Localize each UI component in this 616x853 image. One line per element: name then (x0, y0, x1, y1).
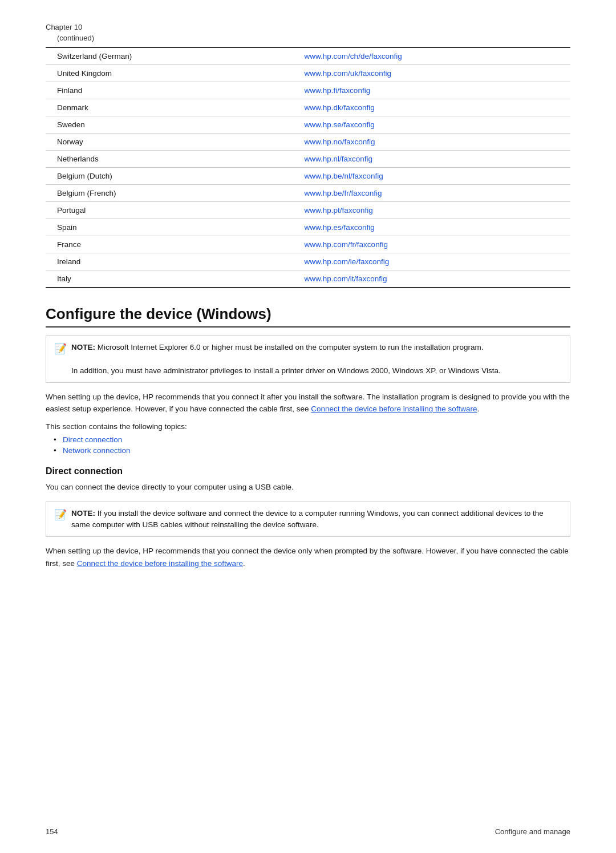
connect-device-link-2[interactable]: Connect the device before installing the… (77, 559, 243, 568)
page-footer: 154 Configure and manage (46, 827, 570, 836)
list-item: Direct connection (63, 435, 570, 444)
note-box-1: 📝 NOTE: Microsoft Internet Explorer 6.0 … (46, 335, 570, 383)
country-url-link[interactable]: www.hp.dk/faxconfig (305, 103, 375, 112)
country-url-link[interactable]: www.hp.com/ch/de/faxconfig (305, 52, 402, 60)
configure-body1: When setting up the device, HP recommend… (46, 391, 570, 415)
topics-list: Direct connectionNetwork connection (46, 435, 570, 455)
direct-connection-heading: Direct connection (46, 466, 570, 476)
table-row: United Kingdomwww.hp.com/uk/faxconfig (46, 65, 570, 82)
url-cell: www.hp.be/nl/faxconfig (298, 168, 570, 185)
country-url-link[interactable]: www.hp.fi/faxconfig (305, 86, 371, 95)
note-content-2: NOTE: If you install the device software… (71, 508, 562, 531)
topic-link-direct-connection[interactable]: Direct connection (63, 435, 122, 444)
country-url-link[interactable]: www.hp.es/faxconfig (305, 223, 375, 232)
country-cell: Italy (46, 270, 298, 288)
country-url-link[interactable]: www.hp.be/nl/faxconfig (305, 172, 383, 180)
page-container: Chapter 10 (continued) Switzerland (Germ… (0, 0, 616, 853)
url-cell: www.hp.no/faxconfig (298, 134, 570, 151)
table-row: Denmarkwww.hp.dk/faxconfig (46, 99, 570, 116)
country-cell: Norway (46, 134, 298, 151)
note-icon-2: 📝 (54, 508, 67, 521)
country-cell: Switzerland (German) (46, 47, 298, 65)
country-url-link[interactable]: www.hp.com/fr/faxconfig (305, 240, 388, 249)
note1-extra: In addition, you must have administrator… (71, 366, 501, 375)
country-cell: Spain (46, 219, 298, 236)
note1-text: Microsoft Internet Explorer 6.0 or highe… (98, 343, 484, 351)
table-row: Netherlandswww.hp.nl/faxconfig (46, 151, 570, 168)
url-cell: www.hp.dk/faxconfig (298, 99, 570, 116)
table-row: Irelandwww.hp.com/ie/faxconfig (46, 253, 570, 270)
country-cell: Belgium (Dutch) (46, 168, 298, 185)
footer-section-name: Configure and manage (495, 827, 570, 836)
footer-page-number: 154 (46, 827, 58, 836)
list-item: Network connection (63, 446, 570, 455)
country-url-link[interactable]: www.hp.nl/faxconfig (305, 155, 372, 163)
configure-body1-after: . (477, 405, 479, 413)
table-row: Portugalwww.hp.pt/faxconfig (46, 202, 570, 219)
url-cell: www.hp.com/it/faxconfig (298, 270, 570, 288)
country-cell: Belgium (French) (46, 185, 298, 202)
country-url-link[interactable]: www.hp.no/faxconfig (305, 138, 375, 146)
note-content-1: NOTE: Microsoft Internet Explorer 6.0 or… (71, 342, 501, 377)
url-cell: www.hp.com/ie/faxconfig (298, 253, 570, 270)
country-cell: Finland (46, 82, 298, 99)
url-cell: www.hp.nl/faxconfig (298, 151, 570, 168)
country-url-link[interactable]: www.hp.com/uk/faxconfig (305, 69, 391, 78)
table-row: Spainwww.hp.es/faxconfig (46, 219, 570, 236)
table-row: Finlandwww.hp.fi/faxconfig (46, 82, 570, 99)
url-cell: www.hp.es/faxconfig (298, 219, 570, 236)
note-box-2: 📝 NOTE: If you install the device softwa… (46, 502, 570, 537)
url-cell: www.hp.com/uk/faxconfig (298, 65, 570, 82)
country-url-link[interactable]: www.hp.pt/faxconfig (305, 206, 373, 215)
topic-link-network-connection[interactable]: Network connection (63, 446, 131, 455)
note-icon-1: 📝 (54, 342, 67, 355)
country-cell: Sweden (46, 116, 298, 134)
note1-label: NOTE: (71, 343, 95, 351)
connect-device-link-1[interactable]: Connect the device before installing the… (311, 405, 477, 413)
url-cell: www.hp.com/fr/faxconfig (298, 236, 570, 253)
direct-connection-body2: When setting up the device, HP recommend… (46, 545, 570, 569)
table-row: Norwaywww.hp.no/faxconfig (46, 134, 570, 151)
configure-heading: Configure the device (Windows) (46, 305, 570, 328)
country-cell: France (46, 236, 298, 253)
table-row: Belgium (Dutch)www.hp.be/nl/faxconfig (46, 168, 570, 185)
country-url-link[interactable]: www.hp.com/ie/faxconfig (305, 257, 390, 266)
country-cell: Netherlands (46, 151, 298, 168)
chapter-label: Chapter 10 (46, 23, 570, 31)
continued-label: (continued) (46, 34, 570, 42)
table-row: Switzerland (German)www.hp.com/ch/de/fax… (46, 47, 570, 65)
url-cell: www.hp.se/faxconfig (298, 116, 570, 134)
country-cell: Portugal (46, 202, 298, 219)
topics-intro: This section contains the following topi… (46, 422, 570, 431)
direct-connection-body1: You can connect the device directly to y… (46, 481, 570, 494)
table-row: Francewww.hp.com/fr/faxconfig (46, 236, 570, 253)
url-cell: www.hp.com/ch/de/faxconfig (298, 47, 570, 65)
table-row: Italywww.hp.com/it/faxconfig (46, 270, 570, 288)
table-row: Belgium (French)www.hp.be/fr/faxconfig (46, 185, 570, 202)
direct-connection-body2-after: . (243, 559, 245, 568)
country-table: Switzerland (German)www.hp.com/ch/de/fax… (46, 47, 570, 288)
note2-label: NOTE: (71, 509, 95, 518)
country-cell: United Kingdom (46, 65, 298, 82)
url-cell: www.hp.pt/faxconfig (298, 202, 570, 219)
table-row: Swedenwww.hp.se/faxconfig (46, 116, 570, 134)
url-cell: www.hp.fi/faxconfig (298, 82, 570, 99)
country-url-link[interactable]: www.hp.be/fr/faxconfig (305, 189, 382, 197)
country-cell: Ireland (46, 253, 298, 270)
configure-body1-text: When setting up the device, HP recommend… (46, 393, 570, 414)
country-url-link[interactable]: www.hp.com/it/faxconfig (305, 274, 387, 283)
country-cell: Denmark (46, 99, 298, 116)
country-url-link[interactable]: www.hp.se/faxconfig (305, 120, 375, 129)
note2-text: If you install the device software and c… (71, 509, 544, 529)
url-cell: www.hp.be/fr/faxconfig (298, 185, 570, 202)
